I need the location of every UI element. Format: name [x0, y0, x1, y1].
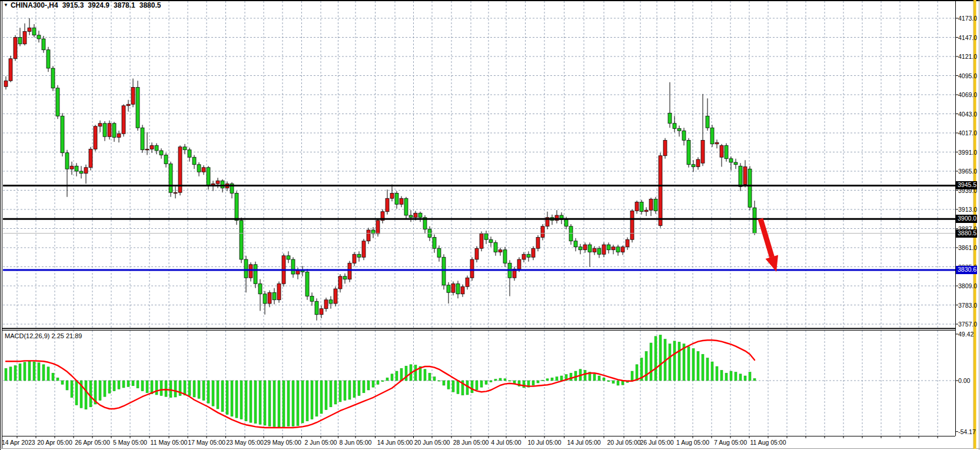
candle-bearish: [725, 145, 728, 159]
time-tick-label: 20 Apr 05:00: [37, 439, 72, 446]
time-tick-label: 20 Jun 05:00: [414, 439, 450, 446]
trading-chart-window: ▼CHINA300-,H43915.33924.93878.13880.5 MA…: [0, 0, 980, 450]
macd-histogram-bar: [438, 381, 440, 381]
candle-bearish: [254, 265, 257, 284]
candle-bullish: [268, 292, 271, 304]
macd-histogram-bar: [452, 381, 454, 392]
macd-histogram-bar: [127, 381, 129, 386]
macd-histogram-bar: [381, 381, 384, 382]
candle-bearish: [433, 238, 436, 249]
candle-bearish: [494, 242, 497, 252]
macd-histogram-bar: [447, 381, 450, 389]
candle-bearish: [310, 296, 314, 302]
candle-bullish: [583, 245, 587, 250]
macd-histogram-bar: [231, 381, 233, 416]
macd-histogram-bar: [509, 381, 511, 381]
price-tag: 3830.6: [956, 266, 977, 274]
macd-histogram-bar: [306, 381, 308, 421]
candle-bullish: [4, 81, 8, 86]
time-tick-label: 2 Jun 05:00: [305, 439, 337, 446]
candle-bullish: [338, 276, 342, 289]
candle-bullish: [131, 88, 135, 105]
candle-bullish: [499, 250, 502, 252]
macd-tick-label: -54.17: [958, 428, 976, 435]
macd-histogram-bar: [400, 368, 403, 381]
macd-histogram-bar: [292, 381, 294, 426]
macd-histogram-bar: [207, 381, 210, 403]
candle-bearish: [329, 300, 333, 304]
macd-histogram-bar: [52, 373, 54, 381]
macd-histogram-bar: [598, 376, 600, 381]
macd-histogram-bar: [377, 381, 379, 384]
price-tick-label: 3965.0: [958, 168, 977, 175]
macd-histogram-bar: [673, 341, 676, 381]
macd-histogram-bar: [311, 381, 313, 419]
macd-histogram-bar: [85, 381, 87, 409]
candle-bullish: [470, 259, 474, 278]
symbol-dropdown-icon[interactable]: ▼: [4, 2, 8, 8]
candle-bearish: [607, 245, 610, 250]
chart-canvas[interactable]: [0, 0, 980, 450]
candle-bullish: [362, 241, 366, 258]
macd-histogram-bar: [235, 381, 238, 418]
price-tick-label: 3913.0: [958, 206, 977, 213]
candle-bearish: [164, 155, 168, 164]
time-tick-label: 7 Aug 05:00: [714, 439, 747, 446]
time-tick-label: 1 Aug 05:00: [676, 439, 709, 446]
macd-histogram-bar: [659, 335, 662, 381]
candle-bullish: [320, 309, 323, 315]
macd-histogram-bar: [603, 378, 605, 381]
candle-bullish: [649, 199, 653, 211]
price-tick-label: 4017.0: [958, 129, 977, 136]
macd-histogram-bar: [617, 381, 619, 385]
candle-bearish: [42, 39, 45, 50]
macd-histogram-bar: [612, 381, 614, 384]
macd-histogram-bar: [61, 381, 64, 384]
macd-histogram-bar: [283, 381, 285, 426]
macd-histogram-bar: [33, 362, 35, 381]
candle-bearish: [79, 171, 83, 174]
macd-histogram-bar: [542, 380, 544, 381]
macd-histogram-bar: [607, 381, 610, 382]
macd-histogram-bar: [386, 378, 388, 381]
candle-bearish: [503, 250, 507, 264]
candle-bullish: [466, 278, 469, 286]
macd-histogram-bar: [706, 358, 709, 381]
candle-bearish: [588, 245, 592, 252]
price-tick-label: 3783.0: [958, 302, 977, 309]
time-tick-label: 29 May 05:00: [264, 439, 301, 446]
candle-bearish: [654, 199, 657, 211]
candle-bullish: [122, 106, 125, 134]
macd-indicator-label: MACD(12,26,9) 2.25 21.89: [5, 332, 82, 339]
candle-bearish: [160, 151, 163, 155]
candle-bullish: [28, 28, 31, 31]
candle-bearish: [61, 116, 64, 153]
time-tick-label: 14 Apr 2023: [2, 439, 35, 446]
candle-bullish: [635, 202, 639, 211]
candle-bearish: [141, 128, 144, 150]
macd-histogram-bar: [711, 362, 713, 381]
candle-bullish: [84, 168, 88, 174]
candle-bearish: [315, 301, 318, 315]
price-tag: 3880.5: [956, 229, 977, 238]
macd-histogram-bar: [476, 381, 478, 390]
macd-histogram-bar: [217, 381, 219, 409]
price-tick-label: 4095.0: [958, 72, 977, 79]
candle-bearish: [46, 50, 50, 68]
macd-histogram-bar: [75, 381, 78, 405]
macd-histogram-bar: [348, 381, 351, 399]
macd-histogram-bar: [692, 349, 695, 381]
macd-histogram-bar: [504, 379, 506, 381]
candle-bearish: [564, 220, 568, 226]
macd-histogram-bar: [202, 381, 205, 401]
macd-histogram-bar: [367, 381, 370, 390]
macd-histogram-bar: [132, 381, 134, 386]
macd-histogram-bar: [655, 336, 657, 381]
accent-stripe: [974, 0, 976, 449]
candle-bullish: [367, 230, 370, 241]
macd-histogram-bar: [212, 381, 214, 406]
candle-bearish: [305, 272, 309, 296]
candle-bearish: [729, 159, 733, 162]
candle-bullish: [353, 254, 356, 263]
candle-bearish: [343, 276, 347, 279]
